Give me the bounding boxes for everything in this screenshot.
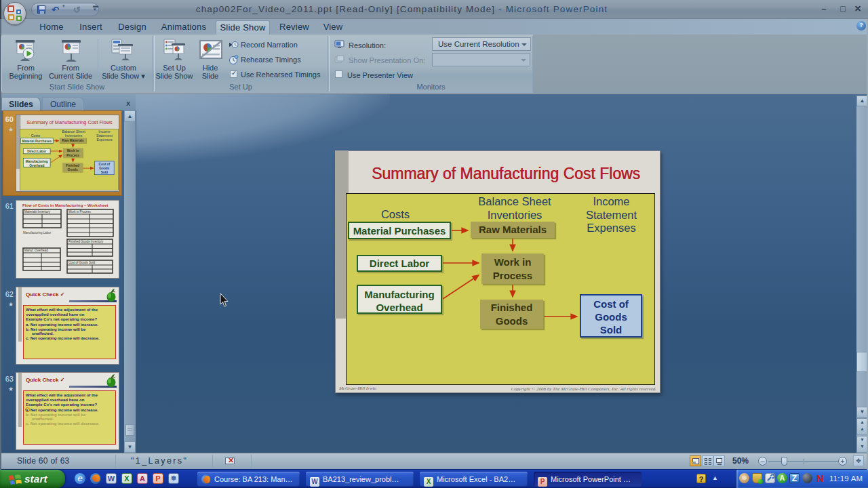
svg-text:Manufacturing Labor: Manufacturing Labor — [23, 231, 52, 235]
svg-text:Materials Inventory: Materials Inventory — [24, 210, 51, 214]
svg-text:Work in Process: Work in Process — [68, 210, 91, 214]
svg-text:Cost of Goods Sold: Cost of Goods Sold — [68, 261, 96, 264]
svg-text:Manuf. Overhead: Manuf. Overhead — [24, 249, 48, 252]
svg-text:Finished Goods Inventory: Finished Goods Inventory — [68, 240, 104, 243]
